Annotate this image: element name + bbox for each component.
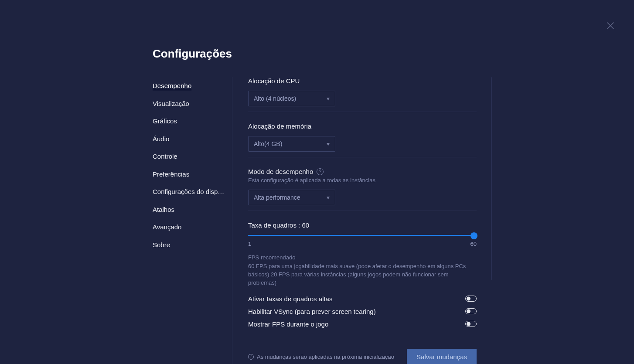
select-memory-value: Alto(4 GB) (254, 140, 282, 147)
label-memory: Alocação de memória (248, 122, 477, 130)
select-cpu[interactable]: Alto (4 núcleos) ▾ (248, 91, 335, 106)
section-perf-mode: Modo de desempenho ? Esta configuração é… (248, 168, 477, 211)
section-cpu: Alocação de CPU Alto (4 núcleos) ▾ (248, 77, 477, 112)
select-perf-mode-value: Alta performance (254, 194, 300, 201)
page-title: Configurações (153, 47, 634, 61)
sidebar-item-sobre[interactable]: Sobre (153, 236, 227, 254)
sidebar-item-preferencias[interactable]: Preferências (153, 166, 227, 184)
footer: i As mudanças serão aplicadas na próxima… (248, 349, 477, 364)
toggle-row-show-fps: Mostrar FPS durante o jogo (248, 318, 477, 330)
sidebar-item-visualizacao[interactable]: Visualização (153, 95, 227, 113)
toggle-row-vsync: Habilitar VSync (para prever screen tear… (248, 305, 477, 318)
fps-min: 1 (248, 241, 251, 247)
help-icon[interactable]: ? (317, 168, 324, 175)
label-fps: Taxa de quadros : 60 (248, 221, 477, 229)
sidebar-item-controle[interactable]: Controle (153, 148, 227, 166)
chevron-down-icon: ▾ (327, 140, 330, 147)
label-perf-mode: Modo de desempenho ? (248, 168, 477, 175)
select-perf-mode[interactable]: Alta performance ▾ (248, 190, 335, 205)
fps-hint-title: FPS recomendado (248, 254, 477, 261)
section-fps: Taxa de quadros : 60 1 60 FPS recomendad… (248, 221, 477, 336)
chevron-down-icon: ▾ (327, 194, 330, 201)
footer-note: i As mudanças serão aplicadas na próxima… (248, 354, 394, 360)
sidebar-item-graficos[interactable]: Gráficos (153, 112, 227, 130)
toggle-vsync[interactable] (465, 308, 477, 314)
toggle-row-high-fps: Ativar taxas de quadros altas (248, 293, 477, 305)
content-panel: Alocação de CPU Alto (4 núcleos) ▾ Aloca… (232, 77, 477, 364)
toggle-show-fps[interactable] (465, 321, 477, 327)
fps-max: 60 (470, 241, 477, 247)
toggle-label-show-fps: Mostrar FPS durante o jogo (248, 320, 328, 328)
sublabel-perf-mode: Esta configuração é aplicada a todas as … (248, 177, 477, 184)
toggle-high-fps[interactable] (465, 296, 477, 302)
scrollbar[interactable] (491, 77, 492, 280)
label-cpu: Alocação de CPU (248, 77, 477, 85)
sidebar-item-dispositivo[interactable]: Configurações do dispositi... (153, 183, 227, 201)
sidebar-item-desempenho[interactable]: Desempenho (153, 77, 227, 95)
sidebar-item-audio[interactable]: Áudio (153, 130, 227, 148)
fps-slider[interactable] (248, 235, 477, 236)
select-cpu-value: Alto (4 núcleos) (254, 95, 296, 102)
sidebar-item-atalhos[interactable]: Atalhos (153, 201, 227, 219)
toggle-label-high-fps: Ativar taxas de quadros altas (248, 295, 332, 303)
chevron-down-icon: ▾ (327, 95, 330, 102)
info-icon: i (248, 354, 254, 360)
fps-slider-thumb[interactable] (470, 232, 477, 239)
close-icon (607, 22, 614, 30)
sidebar: Desempenho Visualização Gráficos Áudio C… (153, 77, 232, 364)
save-button[interactable]: Salvar mudanças (407, 349, 477, 364)
section-memory: Alocação de memória Alto(4 GB) ▾ (248, 122, 477, 157)
select-memory[interactable]: Alto(4 GB) ▾ (248, 136, 335, 152)
sidebar-item-avancado[interactable]: Avançado (153, 218, 227, 236)
toggle-label-vsync: Habilitar VSync (para prever screen tear… (248, 308, 376, 315)
fps-hint-body: 60 FPS para uma jogabilidade mais suave … (248, 262, 477, 287)
close-button[interactable] (607, 22, 614, 30)
